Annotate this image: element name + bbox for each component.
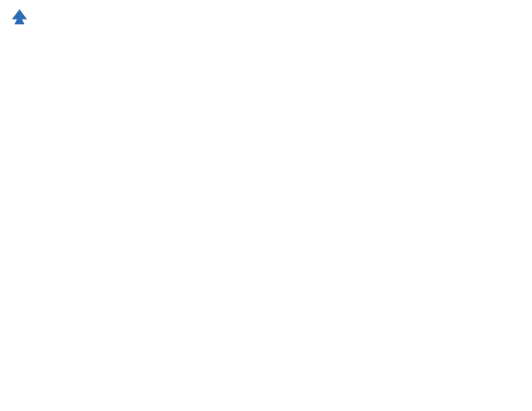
svg-marker-0 xyxy=(12,9,28,25)
page-header xyxy=(7,7,525,27)
logo xyxy=(9,7,32,27)
logo-icon xyxy=(9,7,30,27)
